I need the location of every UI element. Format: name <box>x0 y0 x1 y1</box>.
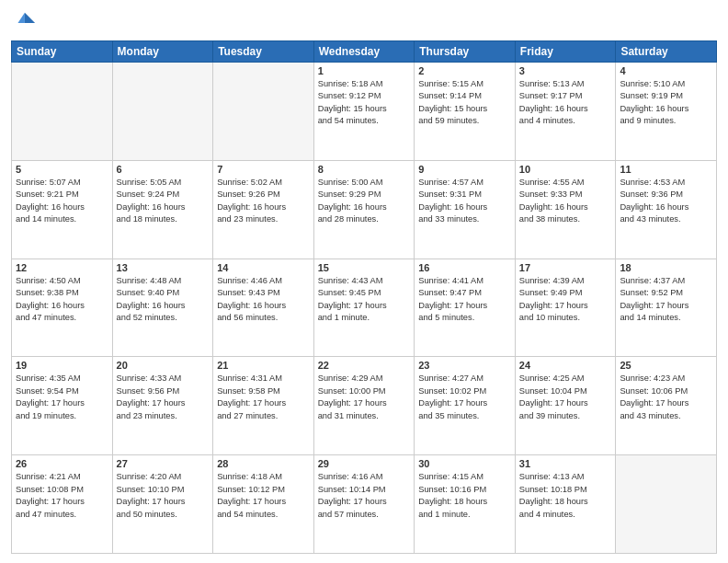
calendar-day-cell <box>213 63 314 161</box>
day-number: 23 <box>418 360 511 371</box>
day-info: Sunrise: 4:16 AM Sunset: 10:14 PM Daylig… <box>318 471 411 521</box>
calendar-day-cell: 7Sunrise: 5:02 AM Sunset: 9:26 PM Daylig… <box>213 160 314 259</box>
calendar-day-cell: 16Sunrise: 4:41 AM Sunset: 9:47 PM Dayli… <box>415 259 516 357</box>
day-number: 6 <box>117 164 210 175</box>
day-info: Sunrise: 4:13 AM Sunset: 10:18 PM Daylig… <box>519 471 612 521</box>
day-info: Sunrise: 5:13 AM Sunset: 9:17 PM Dayligh… <box>519 78 612 128</box>
day-number: 13 <box>117 262 210 273</box>
calendar-day-cell: 10Sunrise: 4:55 AM Sunset: 9:33 PM Dayli… <box>515 160 616 259</box>
calendar-day-header: Wednesday <box>313 41 415 63</box>
calendar-week-row: 12Sunrise: 4:50 AM Sunset: 9:38 PM Dayli… <box>12 259 717 357</box>
calendar-week-row: 26Sunrise: 4:21 AM Sunset: 10:08 PM Dayl… <box>12 455 717 554</box>
day-info: Sunrise: 4:23 AM Sunset: 10:06 PM Daylig… <box>620 373 712 422</box>
calendar-day-cell <box>616 455 717 554</box>
page: SundayMondayTuesdayWednesdayThursdayFrid… <box>0 0 728 563</box>
day-info: Sunrise: 4:31 AM Sunset: 9:58 PM Dayligh… <box>217 373 310 422</box>
calendar-day-cell: 19Sunrise: 4:35 AM Sunset: 9:54 PM Dayli… <box>12 357 113 455</box>
day-info: Sunrise: 5:18 AM Sunset: 9:12 PM Dayligh… <box>318 78 411 128</box>
calendar-day-cell: 9Sunrise: 4:57 AM Sunset: 9:31 PM Daylig… <box>415 160 516 259</box>
day-number: 30 <box>418 458 511 469</box>
day-info: Sunrise: 4:33 AM Sunset: 9:56 PM Dayligh… <box>117 373 210 422</box>
calendar-day-cell: 26Sunrise: 4:21 AM Sunset: 10:08 PM Dayl… <box>12 455 113 554</box>
day-number: 24 <box>519 360 612 371</box>
calendar-day-cell: 14Sunrise: 4:46 AM Sunset: 9:43 PM Dayli… <box>213 259 314 357</box>
calendar-day-cell: 11Sunrise: 4:53 AM Sunset: 9:36 PM Dayli… <box>616 160 717 259</box>
day-number: 5 <box>16 164 108 175</box>
calendar-week-row: 19Sunrise: 4:35 AM Sunset: 9:54 PM Dayli… <box>12 357 717 455</box>
day-info: Sunrise: 4:37 AM Sunset: 9:52 PM Dayligh… <box>620 275 712 325</box>
day-number: 11 <box>620 164 712 175</box>
logo <box>11 9 40 35</box>
calendar-day-cell: 8Sunrise: 5:00 AM Sunset: 9:29 PM Daylig… <box>313 160 415 259</box>
calendar: SundayMondayTuesdayWednesdayThursdayFrid… <box>11 40 717 554</box>
day-info: Sunrise: 4:27 AM Sunset: 10:02 PM Daylig… <box>418 373 511 422</box>
svg-marker-0 <box>25 13 35 23</box>
day-number: 28 <box>217 458 310 469</box>
calendar-day-cell: 13Sunrise: 4:48 AM Sunset: 9:40 PM Dayli… <box>112 259 213 357</box>
day-info: Sunrise: 5:00 AM Sunset: 9:29 PM Dayligh… <box>318 177 411 226</box>
day-info: Sunrise: 4:39 AM Sunset: 9:49 PM Dayligh… <box>519 275 612 325</box>
day-info: Sunrise: 4:18 AM Sunset: 10:12 PM Daylig… <box>217 471 310 521</box>
calendar-day-cell: 23Sunrise: 4:27 AM Sunset: 10:02 PM Dayl… <box>415 357 516 455</box>
day-number: 1 <box>318 65 411 76</box>
calendar-day-header: Monday <box>112 41 213 63</box>
day-info: Sunrise: 4:50 AM Sunset: 9:38 PM Dayligh… <box>16 275 108 325</box>
calendar-day-cell: 30Sunrise: 4:15 AM Sunset: 10:16 PM Dayl… <box>415 455 516 554</box>
day-number: 2 <box>418 65 511 76</box>
day-number: 14 <box>217 262 310 273</box>
day-info: Sunrise: 4:46 AM Sunset: 9:43 PM Dayligh… <box>217 275 310 325</box>
calendar-day-header: Friday <box>515 41 616 63</box>
day-number: 27 <box>117 458 210 469</box>
day-number: 20 <box>117 360 210 371</box>
calendar-day-cell: 22Sunrise: 4:29 AM Sunset: 10:00 PM Dayl… <box>313 357 415 455</box>
calendar-week-row: 1Sunrise: 5:18 AM Sunset: 9:12 PM Daylig… <box>12 63 717 161</box>
day-number: 29 <box>318 458 411 469</box>
header <box>11 9 717 35</box>
day-info: Sunrise: 4:43 AM Sunset: 9:45 PM Dayligh… <box>318 275 411 325</box>
calendar-day-cell: 5Sunrise: 5:07 AM Sunset: 9:21 PM Daylig… <box>12 160 113 259</box>
day-number: 16 <box>418 262 511 273</box>
day-info: Sunrise: 5:02 AM Sunset: 9:26 PM Dayligh… <box>217 177 310 226</box>
day-info: Sunrise: 4:41 AM Sunset: 9:47 PM Dayligh… <box>418 275 511 325</box>
day-number: 12 <box>16 262 108 273</box>
day-number: 10 <box>519 164 612 175</box>
day-number: 15 <box>318 262 411 273</box>
day-number: 7 <box>217 164 310 175</box>
day-info: Sunrise: 4:20 AM Sunset: 10:10 PM Daylig… <box>117 471 210 521</box>
calendar-day-cell: 29Sunrise: 4:16 AM Sunset: 10:14 PM Dayl… <box>313 455 415 554</box>
calendar-day-cell: 6Sunrise: 5:05 AM Sunset: 9:24 PM Daylig… <box>112 160 213 259</box>
day-info: Sunrise: 5:15 AM Sunset: 9:14 PM Dayligh… <box>418 78 511 128</box>
calendar-day-header: Tuesday <box>213 41 314 63</box>
calendar-week-row: 5Sunrise: 5:07 AM Sunset: 9:21 PM Daylig… <box>12 160 717 259</box>
calendar-day-cell <box>12 63 113 161</box>
calendar-day-cell: 12Sunrise: 4:50 AM Sunset: 9:38 PM Dayli… <box>12 259 113 357</box>
day-number: 19 <box>16 360 108 371</box>
calendar-day-cell: 25Sunrise: 4:23 AM Sunset: 10:06 PM Dayl… <box>616 357 717 455</box>
day-info: Sunrise: 4:29 AM Sunset: 10:00 PM Daylig… <box>318 373 411 422</box>
calendar-day-cell: 4Sunrise: 5:10 AM Sunset: 9:19 PM Daylig… <box>616 63 717 161</box>
day-number: 18 <box>620 262 712 273</box>
calendar-day-cell: 20Sunrise: 4:33 AM Sunset: 9:56 PM Dayli… <box>112 357 213 455</box>
calendar-day-cell: 1Sunrise: 5:18 AM Sunset: 9:12 PM Daylig… <box>313 63 415 161</box>
svg-marker-1 <box>17 13 24 23</box>
day-number: 9 <box>418 164 511 175</box>
day-number: 22 <box>318 360 411 371</box>
calendar-header-row: SundayMondayTuesdayWednesdayThursdayFrid… <box>12 41 717 63</box>
calendar-day-cell: 21Sunrise: 4:31 AM Sunset: 9:58 PM Dayli… <box>213 357 314 455</box>
calendar-day-cell: 15Sunrise: 4:43 AM Sunset: 9:45 PM Dayli… <box>313 259 415 357</box>
calendar-day-cell: 24Sunrise: 4:25 AM Sunset: 10:04 PM Dayl… <box>515 357 616 455</box>
calendar-day-cell: 3Sunrise: 5:13 AM Sunset: 9:17 PM Daylig… <box>515 63 616 161</box>
day-number: 31 <box>519 458 612 469</box>
day-info: Sunrise: 4:57 AM Sunset: 9:31 PM Dayligh… <box>418 177 511 226</box>
logo-icon <box>11 9 37 35</box>
day-info: Sunrise: 5:10 AM Sunset: 9:19 PM Dayligh… <box>620 78 712 128</box>
calendar-day-header: Thursday <box>415 41 516 63</box>
calendar-day-cell: 2Sunrise: 5:15 AM Sunset: 9:14 PM Daylig… <box>415 63 516 161</box>
day-info: Sunrise: 4:21 AM Sunset: 10:08 PM Daylig… <box>16 471 108 521</box>
calendar-day-cell: 17Sunrise: 4:39 AM Sunset: 9:49 PM Dayli… <box>515 259 616 357</box>
day-number: 21 <box>217 360 310 371</box>
day-info: Sunrise: 4:15 AM Sunset: 10:16 PM Daylig… <box>418 471 511 521</box>
day-number: 4 <box>620 65 712 76</box>
calendar-day-cell: 31Sunrise: 4:13 AM Sunset: 10:18 PM Dayl… <box>515 455 616 554</box>
calendar-day-cell: 18Sunrise: 4:37 AM Sunset: 9:52 PM Dayli… <box>616 259 717 357</box>
